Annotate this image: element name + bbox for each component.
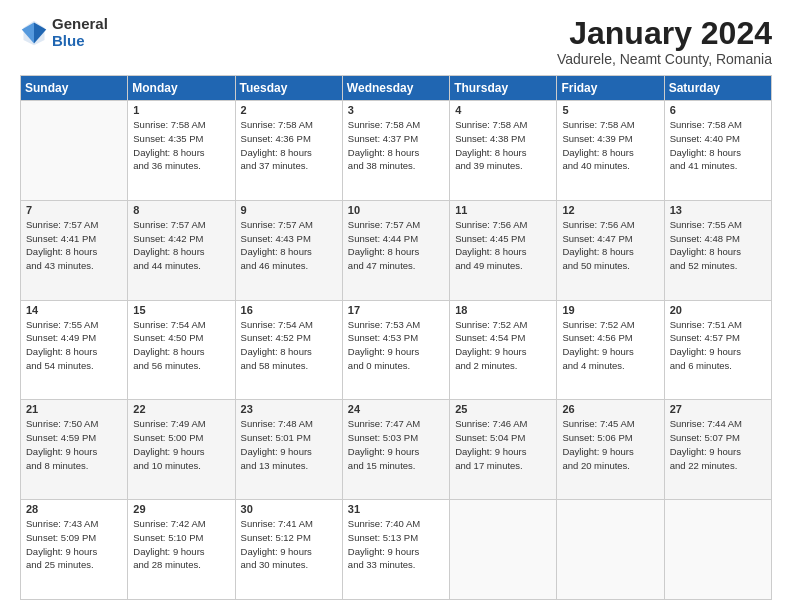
cell-line: Sunset: 5:00 PM xyxy=(133,432,203,443)
cell-line: Daylight: 9 hours xyxy=(670,346,741,357)
cell-content: Sunrise: 7:54 AMSunset: 4:52 PMDaylight:… xyxy=(241,318,337,373)
title-month: January 2024 xyxy=(557,16,772,51)
cell-content: Sunrise: 7:44 AMSunset: 5:07 PMDaylight:… xyxy=(670,417,766,472)
cell-line: and 4 minutes. xyxy=(562,360,624,371)
cell-line: Sunrise: 7:55 AM xyxy=(26,319,98,330)
cell-content: Sunrise: 7:52 AMSunset: 4:56 PMDaylight:… xyxy=(562,318,658,373)
cell-line: Sunrise: 7:51 AM xyxy=(670,319,742,330)
cell-line: and 43 minutes. xyxy=(26,260,94,271)
day-number: 7 xyxy=(26,204,122,216)
col-wednesday: Wednesday xyxy=(342,76,449,101)
cell-content: Sunrise: 7:56 AMSunset: 4:45 PMDaylight:… xyxy=(455,218,551,273)
cell-content: Sunrise: 7:58 AMSunset: 4:35 PMDaylight:… xyxy=(133,118,229,173)
calendar-cell: 9Sunrise: 7:57 AMSunset: 4:43 PMDaylight… xyxy=(235,200,342,300)
day-number: 31 xyxy=(348,503,444,515)
cell-line: and 38 minutes. xyxy=(348,160,416,171)
logo-blue-text: Blue xyxy=(52,33,108,50)
cell-line: Sunrise: 7:53 AM xyxy=(348,319,420,330)
day-number: 21 xyxy=(26,403,122,415)
calendar-cell: 16Sunrise: 7:54 AMSunset: 4:52 PMDayligh… xyxy=(235,300,342,400)
cell-content: Sunrise: 7:55 AMSunset: 4:49 PMDaylight:… xyxy=(26,318,122,373)
cell-line: Sunset: 4:56 PM xyxy=(562,332,632,343)
cell-line: Sunrise: 7:58 AM xyxy=(241,119,313,130)
calendar-cell xyxy=(557,500,664,600)
cell-content: Sunrise: 7:45 AMSunset: 5:06 PMDaylight:… xyxy=(562,417,658,472)
cell-line: Sunrise: 7:52 AM xyxy=(455,319,527,330)
day-number: 20 xyxy=(670,304,766,316)
cell-line: Sunrise: 7:57 AM xyxy=(26,219,98,230)
cell-content: Sunrise: 7:48 AMSunset: 5:01 PMDaylight:… xyxy=(241,417,337,472)
cell-line: and 36 minutes. xyxy=(133,160,201,171)
cell-line: Daylight: 8 hours xyxy=(562,246,633,257)
title-location: Vadurele, Neamt County, Romania xyxy=(557,51,772,67)
calendar-cell: 12Sunrise: 7:56 AMSunset: 4:47 PMDayligh… xyxy=(557,200,664,300)
cell-line: and 17 minutes. xyxy=(455,460,523,471)
cell-line: Sunrise: 7:49 AM xyxy=(133,418,205,429)
cell-content: Sunrise: 7:50 AMSunset: 4:59 PMDaylight:… xyxy=(26,417,122,472)
cell-line: and 47 minutes. xyxy=(348,260,416,271)
calendar-cell: 3Sunrise: 7:58 AMSunset: 4:37 PMDaylight… xyxy=(342,101,449,201)
cell-line: Sunset: 5:12 PM xyxy=(241,532,311,543)
cell-content: Sunrise: 7:58 AMSunset: 4:39 PMDaylight:… xyxy=(562,118,658,173)
cell-line: Sunset: 4:44 PM xyxy=(348,233,418,244)
cell-line: Sunset: 4:53 PM xyxy=(348,332,418,343)
col-thursday: Thursday xyxy=(450,76,557,101)
cell-line: and 40 minutes. xyxy=(562,160,630,171)
cell-line: Sunrise: 7:58 AM xyxy=(348,119,420,130)
cell-line: and 54 minutes. xyxy=(26,360,94,371)
day-number: 27 xyxy=(670,403,766,415)
cell-line: Sunset: 4:48 PM xyxy=(670,233,740,244)
cell-line: Daylight: 9 hours xyxy=(455,346,526,357)
cell-line: and 49 minutes. xyxy=(455,260,523,271)
cell-line: Sunset: 5:13 PM xyxy=(348,532,418,543)
calendar-cell: 17Sunrise: 7:53 AMSunset: 4:53 PMDayligh… xyxy=(342,300,449,400)
day-number: 29 xyxy=(133,503,229,515)
day-number: 16 xyxy=(241,304,337,316)
calendar-cell: 15Sunrise: 7:54 AMSunset: 4:50 PMDayligh… xyxy=(128,300,235,400)
cell-line: Sunrise: 7:46 AM xyxy=(455,418,527,429)
cell-content: Sunrise: 7:57 AMSunset: 4:42 PMDaylight:… xyxy=(133,218,229,273)
cell-line: Daylight: 9 hours xyxy=(133,446,204,457)
cell-line: Sunset: 4:45 PM xyxy=(455,233,525,244)
cell-content: Sunrise: 7:49 AMSunset: 5:00 PMDaylight:… xyxy=(133,417,229,472)
cell-line: Sunset: 5:06 PM xyxy=(562,432,632,443)
cell-line: Daylight: 8 hours xyxy=(241,147,312,158)
col-sunday: Sunday xyxy=(21,76,128,101)
day-number: 12 xyxy=(562,204,658,216)
cell-line: Sunset: 4:47 PM xyxy=(562,233,632,244)
cell-line: and 13 minutes. xyxy=(241,460,309,471)
calendar-week-4: 21Sunrise: 7:50 AMSunset: 4:59 PMDayligh… xyxy=(21,400,772,500)
cell-line: and 41 minutes. xyxy=(670,160,738,171)
cell-line: and 20 minutes. xyxy=(562,460,630,471)
calendar-cell: 4Sunrise: 7:58 AMSunset: 4:38 PMDaylight… xyxy=(450,101,557,201)
calendar-week-1: 1Sunrise: 7:58 AMSunset: 4:35 PMDaylight… xyxy=(21,101,772,201)
cell-line: and 15 minutes. xyxy=(348,460,416,471)
cell-line: Sunset: 4:59 PM xyxy=(26,432,96,443)
calendar-cell: 20Sunrise: 7:51 AMSunset: 4:57 PMDayligh… xyxy=(664,300,771,400)
cell-line: and 46 minutes. xyxy=(241,260,309,271)
calendar-cell: 18Sunrise: 7:52 AMSunset: 4:54 PMDayligh… xyxy=(450,300,557,400)
day-number: 22 xyxy=(133,403,229,415)
day-number: 25 xyxy=(455,403,551,415)
logo-icon xyxy=(20,19,48,47)
cell-line: Sunrise: 7:57 AM xyxy=(348,219,420,230)
cell-line: Sunset: 4:49 PM xyxy=(26,332,96,343)
calendar-table: Sunday Monday Tuesday Wednesday Thursday… xyxy=(20,75,772,600)
calendar-cell xyxy=(450,500,557,600)
cell-line: Sunrise: 7:42 AM xyxy=(133,518,205,529)
cell-content: Sunrise: 7:40 AMSunset: 5:13 PMDaylight:… xyxy=(348,517,444,572)
day-number: 26 xyxy=(562,403,658,415)
cell-line: Sunset: 4:37 PM xyxy=(348,133,418,144)
cell-line: Daylight: 9 hours xyxy=(455,446,526,457)
cell-line: Sunset: 5:01 PM xyxy=(241,432,311,443)
cell-line: Daylight: 9 hours xyxy=(26,546,97,557)
calendar-cell: 14Sunrise: 7:55 AMSunset: 4:49 PMDayligh… xyxy=(21,300,128,400)
cell-line: Sunset: 5:07 PM xyxy=(670,432,740,443)
cell-line: Daylight: 8 hours xyxy=(133,246,204,257)
cell-line: Daylight: 9 hours xyxy=(348,546,419,557)
cell-line: Sunset: 4:43 PM xyxy=(241,233,311,244)
day-number: 4 xyxy=(455,104,551,116)
calendar-cell: 1Sunrise: 7:58 AMSunset: 4:35 PMDaylight… xyxy=(128,101,235,201)
day-number: 6 xyxy=(670,104,766,116)
cell-line: Sunrise: 7:54 AM xyxy=(133,319,205,330)
